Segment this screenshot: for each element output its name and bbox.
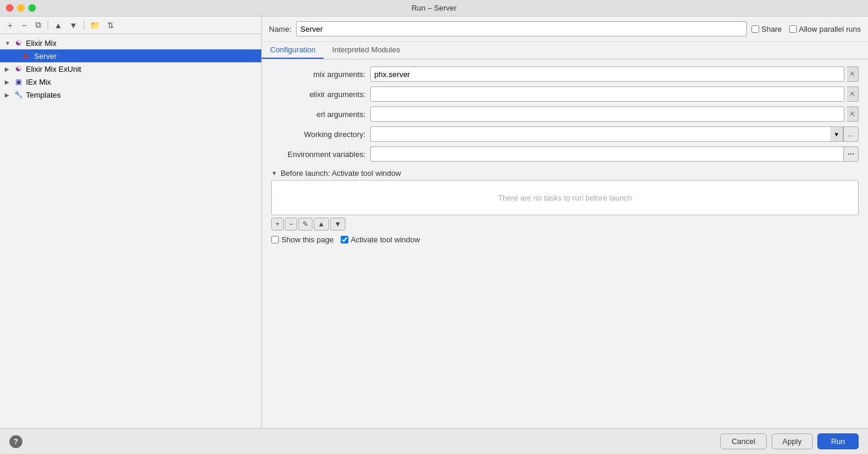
left-toolbar: + − ⧉ ▲ ▼ 📁 ⇅ — [0, 16, 261, 34]
working-directory-wrap: ▼ … — [370, 126, 859, 142]
tabs-bar: Configuration Interpreted Modules — [262, 42, 868, 59]
before-launch-toolbar: + − ✎ ▲ ▼ — [271, 215, 859, 233]
before-launch-edit-button[interactable]: ✎ — [298, 218, 312, 231]
elixir-arguments-expand-button[interactable]: ⇱ — [847, 86, 859, 102]
tab-configuration[interactable]: Configuration — [262, 42, 324, 59]
share-label[interactable]: Share — [751, 25, 782, 34]
tab-interpreted-modules[interactable]: Interpreted Modules — [324, 42, 408, 59]
show-page-text: Show this page — [281, 235, 334, 244]
arrow-down-icon: ▼ — [69, 21, 78, 30]
sort-button[interactable]: ⇅ — [104, 19, 117, 32]
tree-item-server[interactable]: ▶ Server — [0, 49, 261, 62]
share-text: Share — [761, 25, 782, 34]
mix-arguments-expand-button[interactable]: ⇱ — [847, 66, 859, 82]
elixir-mix-icon: ☯ — [13, 38, 24, 48]
before-launch-remove-button[interactable]: − — [285, 218, 297, 231]
plus-icon: + — [8, 21, 12, 30]
elixir-arguments-row: elixir arguments: ⇱ — [271, 86, 859, 102]
right-panel: Name: Share Allow parallel runs Configur… — [262, 16, 868, 428]
allow-parallel-text: Allow parallel runs — [799, 25, 862, 34]
copy-configuration-button[interactable]: ⧉ — [32, 19, 45, 32]
name-input[interactable] — [296, 21, 747, 36]
arrow-collapsed-templates-icon: ▶ — [5, 92, 13, 98]
before-launch-empty-text: There are no tasks to run before launch — [498, 193, 632, 202]
before-launch-arrow-icon: ▼ — [271, 170, 277, 176]
allow-parallel-label[interactable]: Allow parallel runs — [789, 25, 862, 34]
before-launch-section: ▼ Before launch: Activate tool window Th… — [271, 166, 859, 246]
erl-arguments-label: erl arguments: — [271, 110, 365, 119]
add-configuration-button[interactable]: + — [4, 19, 16, 32]
templates-wrench-icon: 🔧 — [13, 90, 24, 99]
name-bar: Name: Share Allow parallel runs — [262, 16, 868, 42]
before-launch-options: Show this page Activate tool window — [271, 233, 859, 246]
sort-up-button[interactable]: ▲ — [51, 19, 65, 32]
environment-variables-row: Environment variables: ⋯ — [271, 146, 859, 162]
sort-down-button[interactable]: ▼ — [66, 19, 81, 32]
arrow-collapsed-exunit-icon: ▶ — [5, 66, 13, 72]
activate-tool-label[interactable]: Activate tool window — [341, 235, 420, 244]
copy-icon: ⧉ — [35, 20, 41, 30]
tree-item-elixir-mix-exunit-label: Elixir Mix ExUnit — [26, 65, 81, 74]
before-launch-move-up-button[interactable]: ▲ — [314, 218, 329, 231]
tree-item-templates-label: Templates — [26, 91, 61, 99]
arrow-up-icon: ▲ — [54, 21, 62, 30]
bottom-bar: ? Cancel Apply Run — [0, 428, 868, 454]
before-launch-label: Before launch: Activate tool window — [281, 169, 401, 178]
working-directory-row: Working directory: ▼ … — [271, 126, 859, 142]
erl-arguments-expand-button[interactable]: ⇱ — [847, 106, 859, 122]
environment-variables-input[interactable] — [370, 146, 843, 162]
server-run-icon: ▶ — [21, 51, 32, 61]
tree-item-iex-mix-label: IEx Mix — [26, 78, 51, 86]
elixir-arguments-wrap: ⇱ — [370, 86, 859, 102]
arrow-collapsed-iex-icon: ▶ — [5, 79, 13, 85]
before-launch-move-down-button[interactable]: ▼ — [330, 218, 345, 231]
share-checkbox[interactable] — [751, 25, 759, 33]
working-directory-input[interactable] — [370, 126, 830, 142]
mix-arguments-label: mix arguments: — [271, 70, 365, 79]
show-page-label[interactable]: Show this page — [271, 235, 334, 244]
erl-arguments-row: erl arguments: ⇱ — [271, 106, 859, 122]
tree-item-elixir-mix-exunit[interactable]: ▶ ☯ Elixir Mix ExUnit — [0, 62, 261, 75]
arrow-expanded-icon: ▼ — [5, 40, 13, 46]
toolbar-separator-2 — [84, 21, 84, 30]
working-directory-dropdown-button[interactable]: ▼ — [830, 126, 843, 142]
tree-item-iex-mix[interactable]: ▶ ▣ IEx Mix — [0, 75, 261, 88]
folder-button[interactable]: 📁 — [87, 19, 103, 32]
run-button[interactable]: Run — [817, 433, 859, 449]
working-directory-label: Working directory: — [271, 130, 365, 139]
activate-tool-checkbox[interactable] — [341, 236, 348, 243]
config-content: mix arguments: ⇱ elixir arguments: ⇱ erl… — [262, 59, 868, 428]
working-directory-browse-button[interactable]: … — [843, 126, 859, 142]
mix-arguments-wrap: ⇱ — [370, 66, 859, 82]
elixir-arguments-label: elixir arguments: — [271, 90, 365, 99]
left-panel: + − ⧉ ▲ ▼ 📁 ⇅ — [0, 16, 262, 428]
apply-button[interactable]: Apply — [771, 433, 813, 449]
close-button[interactable] — [6, 4, 14, 12]
maximize-button[interactable] — [28, 4, 36, 12]
elixir-arguments-input[interactable] — [370, 86, 844, 102]
help-button[interactable]: ? — [9, 435, 22, 448]
tree-item-templates[interactable]: ▶ 🔧 Templates — [0, 88, 261, 101]
elixir-exunit-icon: ☯ — [13, 64, 24, 74]
folder-icon: 📁 — [90, 21, 100, 30]
tree-item-elixir-mix-label: Elixir Mix — [26, 39, 56, 48]
remove-configuration-button[interactable]: − — [18, 19, 31, 32]
tree-item-server-label: Server — [34, 52, 56, 61]
configuration-tree: ▼ ☯ Elixir Mix ▶ Server ▶ ☯ Elixir Mix E… — [0, 34, 261, 428]
before-launch-header[interactable]: ▼ Before launch: Activate tool window — [271, 166, 859, 180]
iex-mix-icon: ▣ — [13, 77, 24, 86]
environment-variables-browse-button[interactable]: ⋯ — [843, 146, 859, 162]
show-page-checkbox[interactable] — [271, 236, 279, 243]
minus-icon: − — [22, 21, 26, 30]
window-title: Run – Server — [411, 4, 457, 12]
tree-item-elixir-mix[interactable]: ▼ ☯ Elixir Mix — [0, 36, 261, 49]
erl-arguments-input[interactable] — [370, 106, 844, 122]
allow-parallel-checkbox[interactable] — [789, 25, 797, 33]
mix-arguments-row: mix arguments: ⇱ — [271, 66, 859, 82]
before-launch-add-button[interactable]: + — [271, 218, 284, 231]
sort-icon: ⇅ — [107, 21, 114, 30]
cancel-button[interactable]: Cancel — [720, 433, 766, 449]
environment-variables-wrap: ⋯ — [370, 146, 859, 162]
mix-arguments-input[interactable] — [370, 66, 844, 82]
minimize-button[interactable] — [17, 4, 25, 12]
